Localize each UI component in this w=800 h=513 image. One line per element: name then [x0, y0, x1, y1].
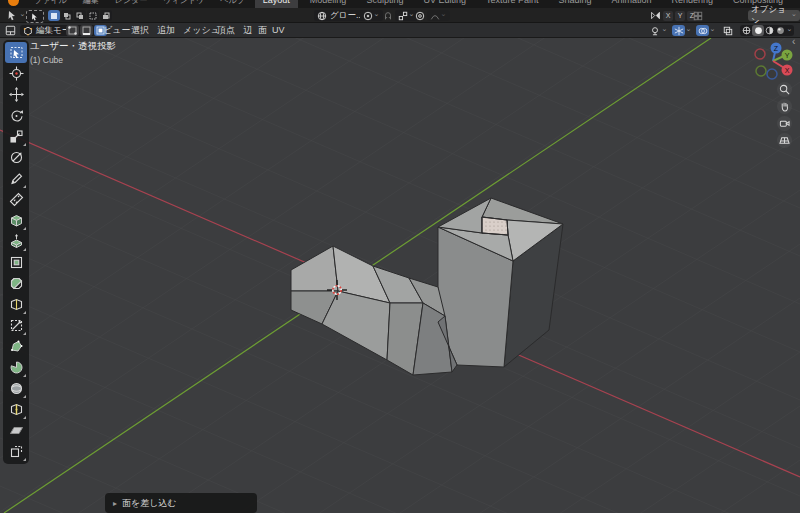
tool-transform[interactable]	[5, 147, 27, 168]
selected-face[interactable]	[482, 217, 508, 235]
workspace-tab-animation[interactable]: Animation	[604, 0, 660, 8]
tool-knife[interactable]	[5, 315, 27, 336]
snap-increment-icon	[398, 11, 408, 21]
pan-button[interactable]	[777, 99, 792, 114]
xray-toggle[interactable]	[721, 25, 734, 36]
chevron-down-icon	[19, 10, 26, 21]
select-mode-new-button[interactable]	[48, 10, 60, 21]
tool-loop-cut[interactable]	[5, 294, 27, 315]
perspective-toggle-button[interactable]	[777, 133, 792, 148]
select-box-cursor-icon	[30, 12, 40, 22]
shading-wireframe-button[interactable]	[741, 25, 752, 36]
blender-logo-icon[interactable]	[8, 0, 19, 6]
gizmo-icon	[674, 26, 684, 36]
menu-face[interactable]: 面	[255, 23, 270, 38]
workspace-tab-modeling[interactable]: Modeling	[302, 0, 355, 8]
tool-extrude-region[interactable]	[5, 231, 27, 252]
tool-bevel[interactable]	[5, 273, 27, 294]
workspace-tab-geometry-nodes[interactable]: Geometry Nodes	[795, 0, 800, 8]
expand-triangle-icon	[113, 499, 117, 508]
orientation-globe-icon	[317, 11, 327, 21]
mirror-y-button[interactable]: Y	[675, 11, 685, 21]
mirror-x-button[interactable]: X	[663, 11, 673, 21]
tool-scale[interactable]	[5, 126, 27, 147]
menu-help[interactable]: ヘルプ	[220, 0, 245, 6]
tool-measure[interactable]	[5, 189, 27, 210]
pivot-point-icon	[363, 11, 373, 21]
tool-smooth[interactable]	[5, 378, 27, 399]
camera-view-button[interactable]	[777, 116, 792, 131]
options-dropdown[interactable]: オプション	[748, 10, 800, 21]
tweak-grid-icon[interactable]	[692, 10, 704, 21]
visibility-icon	[650, 26, 660, 36]
shading-material-button[interactable]	[764, 25, 775, 36]
blender-window: ファイル 編集 レンダー ウィンドウ ヘルプ Layout Modeling S…	[0, 0, 800, 513]
tool-add-cube[interactable]	[5, 210, 27, 231]
tool-rip-region[interactable]	[5, 441, 27, 462]
shading-solid-button[interactable]	[752, 25, 764, 36]
select-mode-extend-button[interactable]	[61, 10, 73, 21]
tool-move[interactable]	[5, 84, 27, 105]
workspace-tab-rendering[interactable]: Rendering	[664, 0, 722, 8]
menu-render[interactable]: レンダー	[115, 0, 148, 6]
menu-edge[interactable]: 辺	[240, 23, 255, 38]
object-type-visibility-dropdown[interactable]	[648, 25, 661, 36]
gizmo-z-label[interactable]: Z	[774, 45, 779, 52]
menu-uv[interactable]: UV	[269, 23, 288, 38]
select-mode-subtract-button[interactable]	[74, 10, 86, 21]
snap-toggle-button[interactable]	[382, 10, 394, 21]
topbar-workspaces: ファイル 編集 レンダー ウィンドウ ヘルプ Layout Modeling S…	[0, 0, 800, 8]
hand-icon	[779, 101, 790, 112]
select-mode-intersect-button[interactable]	[100, 10, 112, 21]
proportional-editing-button[interactable]	[414, 10, 426, 21]
vertex-select-button[interactable]	[66, 25, 79, 36]
tool-edge-slide[interactable]	[5, 399, 27, 420]
shading-mode-group	[740, 25, 794, 36]
mirror-group: X Y Z	[650, 10, 697, 21]
tool-poly-build[interactable]	[5, 336, 27, 357]
select-mode-invert-button[interactable]	[87, 10, 99, 21]
gizmo-x-label[interactable]: X	[785, 67, 790, 74]
workspace-tab-sculpting[interactable]: Sculpting	[358, 0, 411, 8]
workspace-tab-uv-editing[interactable]: UV Editing	[415, 0, 474, 8]
shading-rendered-button[interactable]	[775, 25, 786, 36]
proportional-falloff-dropdown[interactable]	[427, 10, 450, 21]
menu-edit[interactable]: 編集	[83, 0, 99, 6]
active-tool-dropdown[interactable]	[6, 10, 26, 21]
tool-select-box[interactable]	[5, 42, 27, 63]
view-info-overlay: ユーザー・透視投影 (1) Cube	[30, 40, 116, 65]
tool-spin[interactable]	[5, 357, 27, 378]
pivot-point-dropdown[interactable]	[360, 10, 383, 21]
chevron-down-icon	[440, 10, 447, 21]
tool-annotate[interactable]	[5, 168, 27, 189]
editor-3d-viewport-icon	[5, 25, 16, 36]
edge-select-button[interactable]	[80, 25, 93, 36]
perspective-grid-icon	[779, 135, 790, 146]
show-gizmo-toggle[interactable]	[672, 25, 685, 36]
show-overlays-toggle[interactable]	[696, 25, 709, 36]
menu-add[interactable]: 追加	[154, 23, 178, 38]
tool-inset-faces[interactable]	[5, 252, 27, 273]
zoom-button[interactable]	[777, 82, 792, 97]
operator-panel[interactable]: 面を差し込む	[105, 493, 257, 513]
tool-shear[interactable]	[5, 420, 27, 441]
menu-select[interactable]: 選択	[128, 23, 152, 38]
workspace-tab-shading[interactable]: Shading	[550, 0, 599, 8]
menu-file[interactable]: ファイル	[34, 0, 67, 6]
tool-rotate[interactable]	[5, 105, 27, 126]
gizmo-y-label[interactable]: Y	[785, 52, 790, 59]
editor-type-button[interactable]	[3, 25, 17, 36]
tool-settings-bar: グロー.. X Y Z オプション	[0, 8, 800, 23]
sidebar-toggle-icon[interactable]	[792, 36, 795, 47]
edit-mode-cube-icon	[23, 26, 33, 36]
active-tool-button[interactable]	[26, 10, 44, 23]
viewport-canvas[interactable]	[0, 0, 800, 513]
menu-vertex[interactable]: 頂点	[214, 23, 238, 38]
workspace-tab-texture-paint[interactable]: Texture Paint	[478, 0, 547, 8]
chevron-down-icon	[786, 25, 793, 36]
tool-cursor[interactable]	[5, 63, 27, 84]
magnifier-icon	[779, 84, 790, 95]
workspace-tab-layout[interactable]: Layout	[255, 0, 298, 8]
menu-window[interactable]: ウィンドウ	[163, 0, 204, 6]
viewport-toggles	[648, 25, 794, 36]
